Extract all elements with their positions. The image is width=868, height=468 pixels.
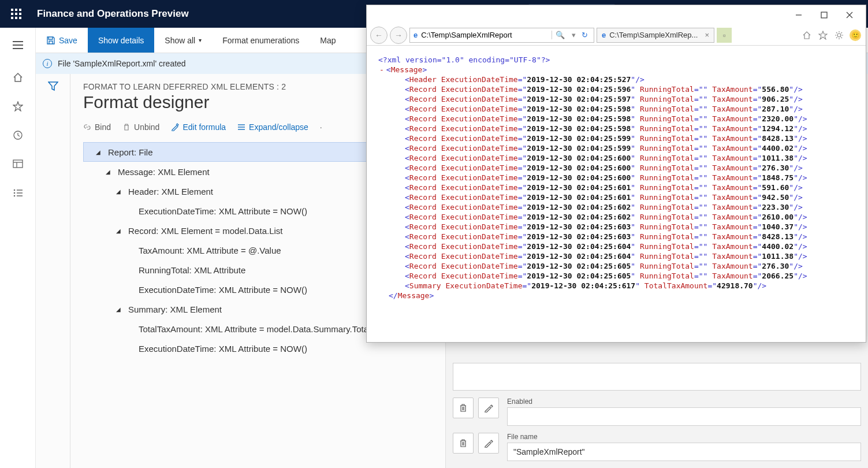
edit-button[interactable] [478,433,499,454]
save-button[interactable]: Save [36,28,88,53]
svg-rect-19 [821,12,827,18]
app-title: Finance and Operations Preview [37,8,189,20]
delete-button[interactable] [453,433,474,454]
ie-icon: e [602,31,606,39]
address-bar[interactable]: e 🔍▾ ↻ [409,28,594,43]
favorites-icon[interactable] [816,28,830,42]
tools-icon[interactable] [832,28,846,42]
svg-point-11 [13,195,15,197]
info-icon: i [43,59,52,68]
pencil-icon [484,439,493,448]
twisty-icon[interactable]: ◢ [114,228,122,234]
save-icon [46,36,55,45]
svg-point-9 [13,190,15,191]
edit-formula-button[interactable]: Edit formula [171,122,226,132]
browser-toolbar: ← → e 🔍▾ ↻ e C:\Temp\SampleXmlRep... × ▫… [367,25,866,46]
recent-icon[interactable] [10,127,26,143]
prop-blank-field[interactable] [453,363,861,391]
feedback-icon[interactable]: 🙂 [848,28,862,42]
prop-row-filename: File name "SampleXmlReport" [446,433,868,461]
show-details-label: Show details [98,36,144,45]
pencil-icon [171,123,179,131]
address-input[interactable] [421,31,548,39]
pencil-icon [484,403,493,413]
trash-icon [459,439,468,448]
delete-button[interactable] [453,398,474,418]
trash-icon [122,123,131,131]
more-button[interactable]: · [320,122,322,132]
workspaces-icon[interactable] [10,156,26,172]
filename-field[interactable]: "SampleXmlReport" [507,443,861,461]
ie-icon: e [413,31,418,39]
home-icon[interactable] [10,69,26,86]
close-button[interactable] [837,6,862,24]
enabled-label: Enabled [507,398,861,406]
trash-icon [459,403,468,413]
twisty-icon[interactable]: ◢ [104,169,112,175]
svg-point-22 [837,34,841,37]
show-all-button[interactable]: Show all▾ [154,28,212,53]
browser-tab[interactable]: e C:\Temp\SampleXmlRep... × [597,28,714,43]
nav-rail [0,28,36,468]
forward-button[interactable]: → [390,27,407,44]
twisty-icon[interactable]: ◢ [94,149,102,155]
back-button[interactable]: ← [370,27,388,44]
enabled-field[interactable] [507,407,861,426]
unbind-button[interactable]: Unbind [122,122,159,132]
tab-close-icon[interactable]: × [705,31,709,39]
list-icon [237,123,245,131]
ie-window: ← → e 🔍▾ ↻ e C:\Temp\SampleXmlRep... × ▫… [366,5,866,343]
expand-collapse-button[interactable]: Expand/collapse [237,122,308,132]
info-message: File 'SampleXmlReport.xml' created [58,59,186,68]
show-details-button[interactable]: Show details [88,28,154,53]
bind-button[interactable]: Bind [83,122,111,132]
maximize-button[interactable] [811,6,837,24]
hamburger-icon[interactable] [0,34,36,57]
tab-title: C:\Temp\SampleXmlRep... [609,31,698,39]
map-button[interactable]: Map [310,28,346,53]
filter-column [36,74,70,468]
format-enumerations-button[interactable]: Format enumerations [212,28,310,53]
modules-icon[interactable] [10,185,26,201]
new-tab-button[interactable]: ▫ [717,28,732,43]
edit-button[interactable] [478,398,499,418]
save-label: Save [59,36,77,45]
map-label: Map [320,36,336,45]
minimize-button[interactable] [786,6,811,24]
show-all-label: Show all [165,36,195,45]
home-icon[interactable] [800,28,814,42]
svg-rect-6 [13,160,23,168]
twisty-icon[interactable]: ◢ [114,188,122,195]
chevron-down-icon: ▾ [199,37,202,43]
filter-icon[interactable] [48,81,58,468]
prop-row-enabled: Enabled [446,398,868,426]
prop-row-blank [446,363,868,391]
app-launcher-icon[interactable] [5,2,28,25]
filename-label: File name [507,433,861,441]
format-enum-label: Format enumerations [222,36,299,45]
favorites-icon[interactable] [10,98,26,114]
refresh-icon[interactable]: ↻ [579,31,590,39]
search-icon[interactable]: 🔍 [552,31,568,39]
xml-viewer: <?xml version="1.0" encoding="UTF-8"?>-<… [367,46,866,342]
svg-point-10 [13,192,15,194]
window-titlebar [367,5,866,25]
link-icon [83,123,91,131]
twisty-icon[interactable]: ◢ [114,306,122,313]
